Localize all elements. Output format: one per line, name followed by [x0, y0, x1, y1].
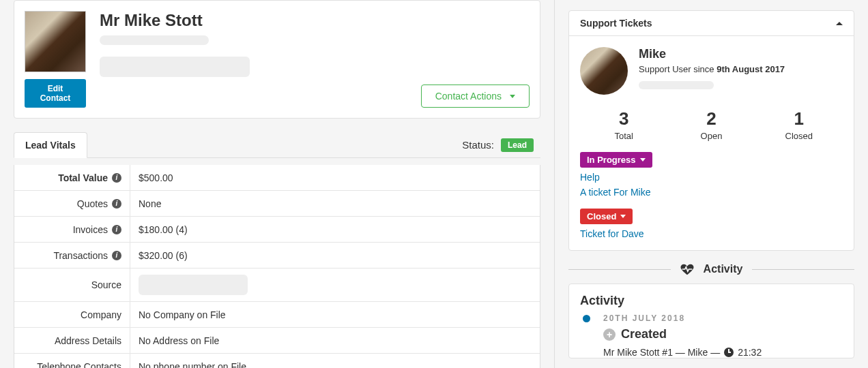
- vitals-value: $500.00: [130, 165, 540, 190]
- ticket-link[interactable]: Ticket for Dave: [580, 228, 843, 239]
- vitals-label: Total Valuei: [14, 165, 130, 190]
- info-icon[interactable]: i: [112, 199, 121, 209]
- placeholder-pill: [100, 35, 209, 45]
- support-avatar: [580, 47, 628, 95]
- status-area: Status: Lead: [462, 138, 540, 152]
- support-user: Mike Support User since 9th August 2017: [580, 47, 843, 95]
- activity-created-label: Created: [621, 327, 667, 341]
- activity-panel: Activity 20TH JULY 2018 + Created Mr Mik…: [568, 283, 854, 358]
- vitals-label: Telephone Contacts: [14, 354, 130, 368]
- vitals-value: $320.00 (6): [130, 243, 540, 268]
- stat-closed: 1 Closed: [755, 108, 843, 141]
- ticket-stats: 3 Total 2 Open 1 Closed: [580, 108, 843, 141]
- vitals-row-invoices: Invoicesi $180.00 (4): [14, 217, 540, 243]
- vitals-value: $180.00 (4): [130, 217, 540, 242]
- caret-down-icon: [510, 95, 515, 98]
- vitals-label: Address Details: [14, 328, 130, 353]
- stat-num: 3: [580, 108, 667, 129]
- vitals-value: No Company on File: [130, 302, 540, 327]
- contact-right: Contact Actions: [421, 11, 530, 108]
- vitals-table: Total Valuei $500.00 Quotesi None Invoic…: [14, 165, 540, 368]
- vitals-value: None: [130, 191, 540, 216]
- closed-badge[interactable]: Closed: [580, 209, 633, 224]
- contact-header-card: Edit Contact Mr Mike Stott Contact Actio…: [14, 0, 540, 119]
- status-label: Status:: [462, 139, 494, 151]
- stat-num: 1: [755, 108, 843, 129]
- info-icon[interactable]: i: [112, 251, 121, 260]
- stat-num: 2: [667, 108, 755, 129]
- stat-label: Total: [580, 131, 667, 141]
- vitals-label: Transactionsi: [14, 243, 130, 268]
- caret-down-icon: [620, 215, 626, 218]
- info-icon[interactable]: i: [112, 225, 121, 234]
- contact-actions-label: Contact Actions: [435, 91, 502, 102]
- support-tickets-title: Support Tickets: [580, 18, 652, 29]
- source-placeholder[interactable]: [139, 275, 248, 295]
- vitals-value: No Address on File: [130, 328, 540, 353]
- contact-avatar: [25, 11, 86, 72]
- support-panel-body: Mike Support User since 9th August 2017 …: [569, 36, 854, 250]
- in-progress-section: In Progress Help A ticket For Mike: [580, 152, 843, 198]
- vitals-row-quotes: Quotesi None: [14, 191, 540, 217]
- status-badge: Lead: [501, 138, 534, 152]
- plus-circle-icon: +: [603, 328, 616, 341]
- support-tickets-panel: Support Tickets Mike Support User since …: [568, 10, 854, 251]
- vitals-label: Quotesi: [14, 191, 130, 216]
- activity-created-row: + Created: [580, 327, 843, 341]
- vitals-label: Source: [14, 269, 130, 301]
- support-user-since: Support User since 9th August 2017: [639, 64, 785, 74]
- activity-line: Mr Mike Stott #1 — Mike — 21:32: [580, 347, 843, 358]
- timeline-date: 20TH JULY 2018: [580, 313, 843, 323]
- vitals-value: [130, 269, 540, 301]
- vitals-label: Company: [14, 302, 130, 327]
- heartbeat-icon: [680, 263, 694, 275]
- vitals-row-address: Address Details No Address on File: [14, 328, 540, 354]
- stat-open: 2 Open: [667, 108, 755, 141]
- edit-contact-button[interactable]: Edit Contact: [25, 79, 86, 108]
- vitals-row-source: Source: [14, 269, 540, 302]
- activity-title: Activity: [580, 294, 843, 308]
- info-icon[interactable]: i: [112, 173, 121, 183]
- ticket-link[interactable]: Help: [580, 172, 843, 183]
- contact-left: Edit Contact: [25, 11, 86, 108]
- activity-divider-label: Activity: [704, 263, 743, 275]
- vitals-row-transactions: Transactionsi $320.00 (6): [14, 243, 540, 269]
- stat-total: 3 Total: [580, 108, 667, 141]
- support-tickets-header[interactable]: Support Tickets: [569, 11, 854, 36]
- vitals-value: No phone number on File: [130, 354, 540, 368]
- contact-main: Mr Mike Stott: [100, 11, 407, 108]
- activity-divider: Activity: [568, 263, 854, 275]
- contact-name: Mr Mike Stott: [100, 11, 407, 30]
- stat-label: Open: [667, 131, 755, 141]
- ticket-link[interactable]: A ticket For Mike: [580, 187, 843, 198]
- in-progress-badge[interactable]: In Progress: [580, 152, 652, 168]
- tabs-row: Lead Vitals Status: Lead: [14, 132, 540, 158]
- vitals-label: Invoicesi: [14, 217, 130, 242]
- timeline-dot-icon: [583, 315, 590, 322]
- stat-label: Closed: [755, 131, 843, 141]
- vitals-row-total-value: Total Valuei $500.00: [14, 165, 540, 191]
- vitals-row-telephone: Telephone Contacts No phone number on Fi…: [14, 354, 540, 368]
- tab-lead-vitals[interactable]: Lead Vitals: [14, 132, 87, 158]
- caret-down-icon: [640, 158, 646, 162]
- placeholder-block: [100, 57, 250, 77]
- closed-section: Closed Ticket for Dave: [580, 209, 843, 239]
- clock-icon: [724, 348, 734, 357]
- vitals-row-company: Company No Company on File: [14, 302, 540, 328]
- contact-actions-button[interactable]: Contact Actions: [421, 85, 530, 108]
- support-user-name: Mike: [639, 47, 785, 61]
- caret-up-icon: [836, 22, 843, 25]
- placeholder-pill-small: [639, 81, 714, 89]
